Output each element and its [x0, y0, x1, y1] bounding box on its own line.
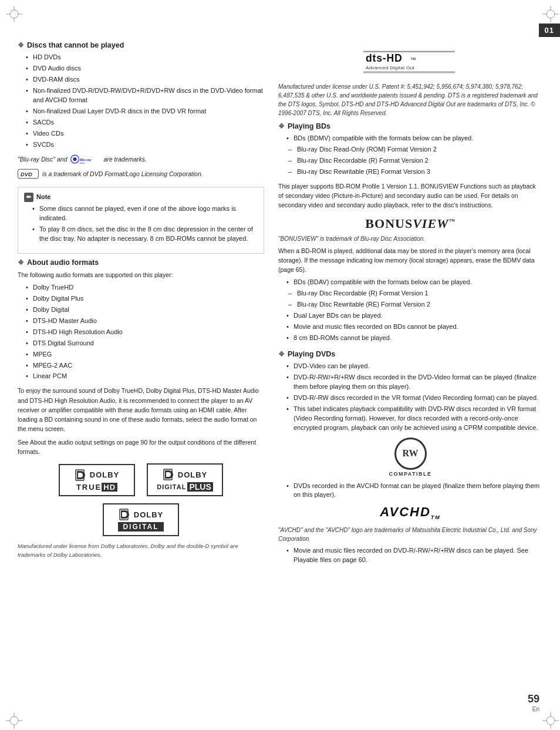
dolby-digital-plus-logo: DOLBY DIGITAL PLUS — [147, 463, 223, 496]
avchd-text: AVCHDTM — [380, 504, 441, 519]
list-item: Video CDs — [25, 129, 264, 139]
dvd-logo-icon: DVD — [18, 168, 39, 180]
avchd-trademark: "AVCHD" and the "AVCHD" logo are tradema… — [278, 526, 542, 543]
list-item: Linear PCM — [25, 372, 264, 381]
list-item: DVD-Video can be played. — [285, 362, 542, 371]
list-item: BDs (BDAV) compatible with the formats b… — [285, 278, 542, 287]
view-text: VIEW — [413, 216, 448, 231]
list-item: MPEG — [25, 350, 264, 359]
dvds-list: DVD-Video can be played. DVD-R/-RW/+R/+R… — [278, 362, 542, 433]
list-item: DTS-HD Master Audio — [25, 317, 264, 326]
list-item: To play 8 cm discs, set the disc in the … — [31, 225, 258, 244]
dts-logo-area: dts-HD ™ Advanced Digital Out — [278, 47, 542, 76]
list-item: Dolby Digital Plus — [25, 294, 264, 304]
list-item: Movie and music files recorded on BDs ca… — [285, 322, 542, 332]
svg-text:Disc: Disc — [80, 162, 86, 164]
bluray-logo-icon: Blu-ray Disc — [70, 154, 100, 164]
dolby-label3: DOLBY — [134, 510, 164, 519]
list-item: Dual Layer BDs can be played. — [285, 311, 542, 321]
section-dvds-heading: ❖ Playing DVDs — [278, 350, 542, 358]
diamond-icon: ❖ — [18, 258, 24, 267]
page-lang: En — [532, 706, 539, 712]
list-item: Blu-ray Disc Recordable (R) Format Versi… — [285, 289, 542, 298]
list-item: SACDs — [25, 118, 264, 127]
list-item: Non-finalized DVD-R/DVD-RW/DVD+R/DVD+RW … — [25, 86, 264, 105]
dolby-label: DOLBY — [90, 470, 120, 479]
section-dvds: ❖ Playing DVDs DVD-Video can be played. … — [278, 350, 542, 565]
digital-label: DIGITAL — [157, 483, 186, 490]
section-bds-heading: ❖ Playing BDs — [278, 122, 542, 130]
avchd-tm: TM — [431, 515, 441, 521]
dvd-tm-text: is a trademark of DVD Format/Logo Licens… — [42, 170, 203, 177]
svg-point-0 — [10, 10, 18, 18]
note-box: ✏ Note Some discs cannot be played, even… — [18, 187, 264, 253]
dolby-d-icon2 — [163, 468, 176, 481]
bonusview-tm: ™ — [449, 217, 456, 224]
corner-br — [542, 712, 554, 724]
bluray-tm-text1: "Blu-ray Disc" and — [18, 156, 67, 163]
bluray-tm-text2: are trademarks. — [103, 156, 147, 163]
dolby-digital-top: DOLBY — [119, 508, 164, 521]
plus-badge: PLUS — [187, 482, 212, 492]
dvds-list2: DVDs recorded in the AVCHD format can be… — [278, 482, 542, 500]
page-number-badge: 01 — [539, 23, 560, 37]
digital-plus-sub: DIGITAL PLUS — [157, 482, 213, 492]
svg-point-21 — [73, 157, 77, 161]
dolby-digitalplus-top: DOLBY — [163, 468, 208, 481]
profile-text: This player supports BD-ROM Profile 1 Ve… — [278, 181, 542, 210]
corner-bl — [6, 712, 18, 724]
list-item: DVD Audio discs — [25, 64, 264, 73]
bonus-text: BONUS — [365, 216, 413, 231]
svg-point-5 — [546, 10, 555, 18]
diamond-icon: ❖ — [278, 122, 285, 130]
section-bds: ❖ Playing BDs BDs (BDMV) compatible with… — [278, 122, 542, 343]
list-item: SVCDs — [25, 140, 264, 150]
svg-point-10 — [10, 716, 18, 725]
left-column: ❖ Discs that cannot be played HD DVDs DV… — [18, 41, 264, 572]
svg-text:™: ™ — [410, 56, 416, 63]
audio-formats-list: Dolby TrueHD Dolby Digital Plus Dolby Di… — [18, 283, 264, 381]
list-item: DTS-HD High Resolution Audio — [25, 328, 264, 337]
dvd-trademark-line: DVD is a trademark of DVD Format/Logo Li… — [18, 168, 264, 180]
list-item: HD DVDs — [25, 53, 264, 62]
list-item: DVD-R/-RW/+R/+RW discs recorded in the D… — [285, 373, 542, 392]
dts-hd-logo-icon: dts-HD ™ Advanced Digital Out — [363, 47, 457, 76]
right-column: dts-HD ™ Advanced Digital Out Manufactur… — [278, 41, 542, 572]
corner-tr — [542, 6, 554, 18]
corner-tl — [6, 6, 18, 18]
list-item: DVDs recorded in the AVCHD format can be… — [285, 482, 542, 500]
list-item: This label indicates playback compatibil… — [285, 405, 542, 433]
list-item: Blu-ray Disc Rewritable (RE) Format Vers… — [285, 300, 542, 310]
dolby-bottom-trademark: Manufactured under license from Dolby La… — [18, 542, 264, 559]
list-item: MPEG-2 AAC — [25, 361, 264, 371]
bdrom-text: When a BD-ROM is played, additional data… — [278, 246, 542, 275]
section-audio-heading: ❖ About audio formats — [18, 258, 264, 267]
dts-trademark-text: Manufactured under license under U.S. Pa… — [278, 82, 542, 117]
audio-body2: See About the audio output settings on p… — [18, 438, 264, 457]
note-header: ✏ Note — [24, 192, 258, 202]
avchd-logo: AVCHDTM — [278, 504, 542, 520]
svg-text:dts-HD: dts-HD — [366, 52, 402, 64]
list-item: Dolby TrueHD — [25, 283, 264, 292]
section-discs: ❖ Discs that cannot be played HD DVDs DV… — [18, 41, 264, 180]
dolby-d-icon3 — [119, 508, 131, 521]
hd-badge: HD — [102, 483, 117, 492]
list-item: Non-finalized Dual Layer DVD-R discs in … — [25, 107, 264, 116]
dolby-label2: DOLBY — [178, 470, 208, 479]
diamond-icon: ❖ — [18, 41, 24, 49]
list-item: 8 cm BD-ROMs cannot be played. — [285, 334, 542, 343]
list-item: Blu-ray Disc Read-Only (ROM) Format Vers… — [285, 145, 542, 154]
list-item: DVD-R/-RW discs recorded in the VR forma… — [285, 393, 542, 403]
page-number-bottom: 59 — [528, 693, 539, 705]
dolby-truehd-logo: DOLBY TRUEHD — [59, 464, 135, 496]
bds-list2: BDs (BDAV) compatible with the formats b… — [278, 278, 542, 343]
section-discs-heading: ❖ Discs that cannot be played — [18, 41, 264, 49]
list-item: DTS Digital Surround — [25, 339, 264, 348]
list-item: Dolby Digital — [25, 305, 264, 315]
bonusview-trademark: "BONUSVIEW" is trademark of Blu-ray Disc… — [278, 234, 542, 243]
list-item: BDs (BDMV) compatible with the formats b… — [285, 134, 542, 143]
rw-compatible-logo: RW COMPATIBLE — [387, 438, 434, 477]
dolby-d-icon — [75, 469, 87, 482]
audio-intro: The following audio formats are supporte… — [18, 270, 264, 280]
svg-point-15 — [546, 716, 555, 725]
